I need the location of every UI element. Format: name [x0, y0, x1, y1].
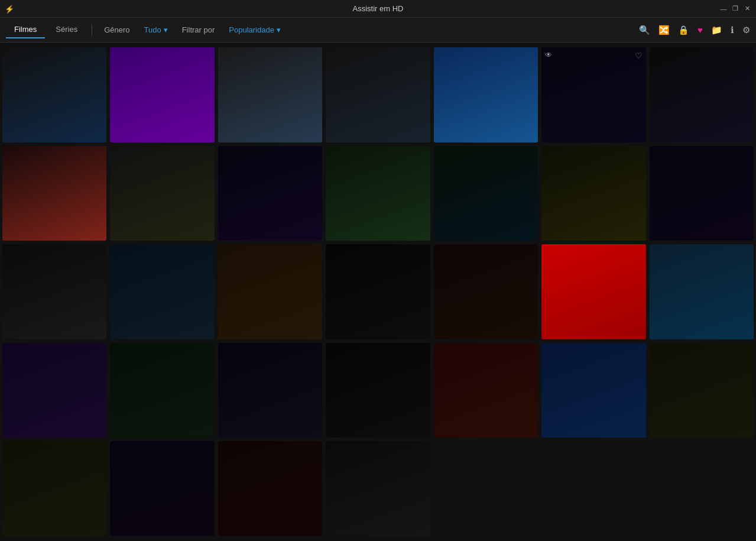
- movie-poster: SAN ANDREAS QUAKETHE WORLD SPLIT IN TWO: [2, 146, 106, 241]
- tab-series[interactable]: Séries: [47, 21, 86, 38]
- movie-poster: [110, 441, 214, 536]
- movie-card[interactable]: JUPITER ASCENDINGJupiter Ascending2015: [218, 146, 322, 241]
- shuffle-icon[interactable]: 🔀: [658, 25, 670, 35]
- movie-poster: JUPITER ASCENDING: [218, 146, 322, 241]
- movie-card[interactable]: KingsmanTHE SECRET SERVICEKingsman: The …: [2, 47, 106, 142]
- movie-card[interactable]: GONE GIRLGone Girl2014: [326, 244, 430, 339]
- movie-poster: HOME: [110, 47, 214, 142]
- movie-poster: [434, 343, 538, 438]
- movie-poster: PAUL BLART 2MALL COP: [326, 146, 430, 241]
- movie-poster: FROZENDisney: [541, 343, 645, 438]
- movie-card[interactable]: CinderellaCinderella2015: [434, 47, 538, 142]
- nav-tabs: Filmes Séries Gênero Tudo ▾ Filtrar por …: [6, 21, 287, 38]
- tab-filmes[interactable]: Filmes: [6, 21, 45, 38]
- movie-card[interactable]: SAN ANDREAS QUAKETHE WORLD SPLIT IN TWOS…: [2, 146, 106, 241]
- movie-card[interactable]: [110, 441, 214, 536]
- movie-poster: AMERICAN SNIPER: [110, 146, 214, 241]
- app-title: Assistir em HD: [353, 4, 404, 13]
- navbar: Filmes Séries Gênero Tudo ▾ Filtrar por …: [0, 18, 756, 43]
- movie-card[interactable]: RUN ALL NIGHTRun All Night2015: [650, 47, 754, 142]
- movie-card[interactable]: focusFocus2015: [2, 244, 106, 339]
- movie-poster: VINCE VAUGHNUnfinished Business: [541, 146, 645, 241]
- movie-card[interactable]: THE MAZE RUNNERThe Maze Runner2014: [218, 343, 322, 438]
- movie-poster: CHAPPIEMARCH 6: [110, 244, 214, 339]
- movie-card[interactable]: FROZENDisneyFrozen: [541, 343, 645, 438]
- movie-poster: focus: [2, 244, 106, 339]
- lock-icon[interactable]: 🔒: [678, 25, 689, 35]
- movie-poster: [218, 441, 322, 536]
- movie-poster: KingsmanTHE SECRET SERVICE: [2, 47, 106, 142]
- minimize-button[interactable]: —: [719, 5, 728, 13]
- titlebar: ⚡ Assistir em HD — ❐ ✕: [0, 0, 756, 18]
- movie-card[interactable]: WHILEWhile...: [326, 343, 430, 438]
- movie-poster: [2, 441, 106, 536]
- watched-icon: 👁: [545, 51, 552, 59]
- movie-card[interactable]: AMERICAN SNIPERAmerican Sniper2014: [110, 146, 214, 241]
- movie-card[interactable]: GUARDIANS OF THE GALAXYGuardians of the …: [2, 343, 106, 438]
- movie-grid: KingsmanTHE SECRET SERVICEKingsman: The …: [0, 43, 756, 541]
- movie-card[interactable]: THE GUNMANSEAN PENNThe Gunman2015: [434, 244, 538, 339]
- filter-by[interactable]: Filtrar por: [176, 22, 221, 38]
- movie-poster: BURYING THE EX: [650, 146, 754, 241]
- movie-card[interactable]: ex machinaEx Machina2015: [434, 146, 538, 241]
- filter-sort[interactable]: Popularidade ▾: [223, 22, 287, 38]
- movie-poster: BIG HERO 6: [541, 244, 645, 339]
- heart-icon[interactable]: ♥: [697, 25, 703, 35]
- movie-card[interactable]: 👁♡INTERSTELLAR★★★★8.7/10Interstellar2014: [541, 47, 645, 142]
- nav-genre[interactable]: Gênero: [98, 22, 135, 38]
- movie-poster: BIRDMAN(THE UNEXPECTED VIRTUE OF IGNORAN…: [110, 343, 214, 438]
- movie-card[interactable]: THE SPONGEBOB MOVIESPONGE OUT OF WATERTh…: [650, 244, 754, 339]
- folder-icon[interactable]: 📁: [711, 25, 722, 35]
- chevron-down-icon: ▾: [164, 25, 168, 34]
- movie-poster: ex machina: [434, 146, 538, 241]
- movie-poster: WOMAN IN GOLD: [218, 244, 322, 339]
- movie-poster: GUARDIANS OF THE GALAXY: [2, 343, 106, 438]
- movie-poster: THE SPONGEBOB MOVIESPONGE OUT OF WATER: [650, 244, 754, 339]
- movie-card[interactable]: [218, 441, 322, 536]
- movie-card[interactable]: [434, 343, 538, 438]
- maximize-button[interactable]: ❐: [731, 5, 739, 13]
- favorite-icon[interactable]: ♡: [635, 51, 643, 60]
- nav-icons: 🔍 🔀 🔒 ♥ 📁 ℹ ⚙: [639, 25, 750, 35]
- nav-divider: [92, 24, 92, 36]
- close-button[interactable]: ✕: [743, 5, 751, 13]
- movie-poster: FIFTY SHADES OF GREY: [326, 441, 430, 536]
- movie-poster: WHILE: [326, 343, 430, 438]
- movie-card[interactable]: WOMAN IN GOLDWoman in Gold2015: [218, 244, 322, 339]
- movie-card[interactable]: [2, 441, 106, 536]
- movie-poster: RUN ALL NIGHT: [650, 47, 754, 142]
- movie-poster: THE GUNMANSEAN PENN: [434, 244, 538, 339]
- movie-card[interactable]: PAUL BLART 2MALL COPPaul Blart: Mall Cop…: [326, 146, 430, 241]
- movie-poster: GONE GIRL: [326, 244, 430, 339]
- chevron-down-icon-sort: ▾: [277, 25, 281, 34]
- movie-card[interactable]: BIG HERO 6Big Hero 62014: [541, 244, 645, 339]
- movie-card[interactable]: VINCE VAUGHNUnfinished BusinessUnfinishe…: [541, 146, 645, 241]
- movie-card[interactable]: THE LONGEST RIDEThe Longest Ride2015: [326, 47, 430, 142]
- info-icon[interactable]: ℹ: [731, 25, 734, 35]
- filter-all[interactable]: Tudo ▾: [138, 22, 174, 38]
- settings-icon[interactable]: ⚙: [742, 25, 750, 35]
- window-controls[interactable]: — ❐ ✕: [719, 5, 751, 13]
- movie-poster: GET HARDWILL FERRELL · KEVIN HART: [218, 47, 322, 142]
- movie-poster: Cinderella: [434, 47, 538, 142]
- movie-poster: THE MAZE RUNNER: [218, 343, 322, 438]
- search-icon[interactable]: 🔍: [639, 25, 650, 35]
- movie-poster: 👁♡INTERSTELLAR★★★★8.7/10: [541, 47, 645, 142]
- movie-poster: THE THEORY OF EVERYTHING: [650, 343, 754, 438]
- app-icon: ⚡: [5, 4, 14, 13]
- movie-poster: THE LONGEST RIDE: [326, 47, 430, 142]
- movie-card[interactable]: BIRDMAN(THE UNEXPECTED VIRTUE OF IGNORAN…: [110, 343, 214, 438]
- movie-card[interactable]: FIFTY SHADES OF GREYFifty Shades of Grey: [326, 441, 430, 536]
- movie-card[interactable]: CHAPPIEMARCH 6Chappie2015: [110, 244, 214, 339]
- movie-card[interactable]: THE THEORY OF EVERYTHINGThe Theory of...: [650, 343, 754, 438]
- movie-card[interactable]: BURYING THE EXBurying the Ex2014: [650, 146, 754, 241]
- movie-card[interactable]: GET HARDWILL FERRELL · KEVIN HARTGet Har…: [218, 47, 322, 142]
- movie-card[interactable]: HOMEHome2015: [110, 47, 214, 142]
